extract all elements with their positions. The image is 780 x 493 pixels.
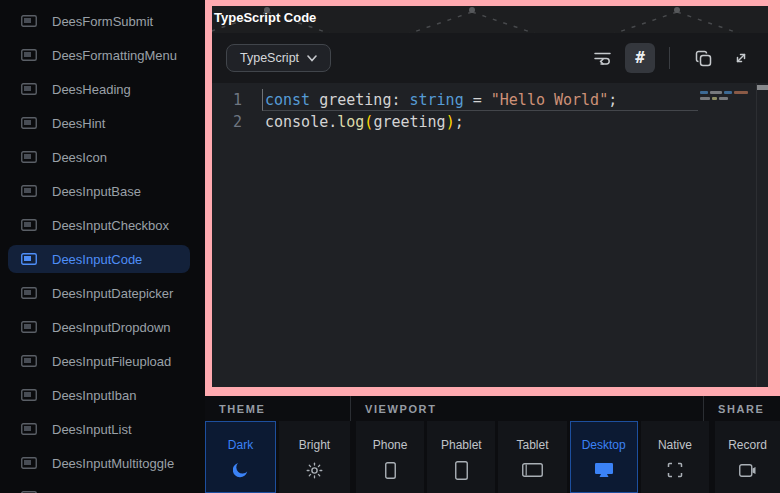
sidebar-item-deesinputmultitoggle[interactable]: DeesInputMultitoggle xyxy=(8,449,190,477)
sidebar-item-label: DeesInputDatepicker xyxy=(52,286,173,301)
component-icon xyxy=(21,287,37,299)
story-frame: TypeScript Code TypeScript xyxy=(205,0,780,396)
share-record-button[interactable]: Record xyxy=(715,421,780,493)
component-icon xyxy=(21,389,37,401)
sidebar: DeesFormSubmit DeesFormattingMenu DeesHe… xyxy=(0,0,205,493)
record-icon xyxy=(739,461,756,479)
sidebar-item-label: DeesInputCode xyxy=(52,252,142,267)
viewport-native-button[interactable]: Native xyxy=(641,421,709,493)
sidebar-item-label: DeesInputBase xyxy=(52,184,141,199)
sidebar-item-deesinputbase[interactable]: DeesInputBase xyxy=(8,177,190,205)
bottom-bar-header: THEMEVIEWPORTSHARE xyxy=(205,396,780,421)
language-dropdown-label: TypeScript xyxy=(240,51,299,65)
viewport-desktop-button[interactable]: Desktop xyxy=(570,421,638,493)
toolbar-divider xyxy=(669,47,670,69)
minimap[interactable] xyxy=(700,91,752,100)
copy-button[interactable] xyxy=(688,43,718,73)
sidebar-item-label: DeesInputDropdown xyxy=(52,320,171,335)
component-icon xyxy=(21,49,37,61)
viewport-phone-button[interactable]: Phone xyxy=(356,421,424,493)
button-label: Native xyxy=(658,438,692,452)
phone-icon xyxy=(385,461,396,479)
bottom-bar-buttons: Dark Bright Phone Phablet Tablet Desktop… xyxy=(205,421,780,493)
language-dropdown[interactable]: TypeScript xyxy=(226,44,331,72)
code-text: const greeting: string = "Hello World"; xyxy=(262,89,698,111)
wrap-text-button[interactable] xyxy=(587,43,617,73)
sidebar-item-deesinputphone[interactable]: DeesInputPhone xyxy=(8,483,190,493)
expand-icon xyxy=(733,50,749,66)
line-numbers-button[interactable]: # xyxy=(625,43,655,73)
sidebar-item-label: DeesHint xyxy=(52,116,105,131)
line-number: 1 xyxy=(212,89,262,111)
sidebar-item-deesinputlist[interactable]: DeesInputList xyxy=(8,415,190,443)
app-root: DeesFormSubmit DeesFormattingMenu DeesHe… xyxy=(0,0,780,493)
component-icon xyxy=(21,117,37,129)
sidebar-item-label: DeesInputList xyxy=(52,422,132,437)
sidebar-item-deesinputdatepicker[interactable]: DeesInputDatepicker xyxy=(8,279,190,307)
theme-dark-button[interactable]: Dark xyxy=(205,421,276,493)
code-area[interactable]: 1const greeting: string = "Hello World";… xyxy=(212,83,768,387)
section-viewport: Phone Phablet Tablet Desktop Native xyxy=(356,421,709,493)
line-numbers-icon: # xyxy=(635,50,645,66)
section-label-share: SHARE xyxy=(703,396,780,421)
sidebar-item-label: DeesFormSubmit xyxy=(52,14,153,29)
sidebar-item-deesicon[interactable]: DeesIcon xyxy=(8,143,190,171)
section-theme: Dark Bright xyxy=(205,421,350,493)
sidebar-item-label: DeesIcon xyxy=(52,150,107,165)
component-icon xyxy=(21,219,37,231)
sidebar-item-label: DeesInputFileupload xyxy=(52,354,171,369)
code-line-1[interactable]: 1const greeting: string = "Hello World"; xyxy=(212,89,768,111)
story-inner: TypeScript Code TypeScript xyxy=(212,6,768,387)
sidebar-item-deesinputcode[interactable]: DeesInputCode xyxy=(8,245,190,273)
expand-button[interactable] xyxy=(726,43,756,73)
sidebar-item-label: DeesHeading xyxy=(52,82,131,97)
component-icon xyxy=(21,355,37,367)
scrollbar-thumb[interactable] xyxy=(757,85,768,90)
moon-icon xyxy=(233,461,248,479)
tablet-icon xyxy=(522,461,543,479)
button-label: Phablet xyxy=(441,438,482,452)
component-icon xyxy=(21,15,37,27)
button-label: Dark xyxy=(228,438,253,452)
section-label-viewport: VIEWPORT xyxy=(350,396,703,421)
sidebar-item-label: DeesInputPhone xyxy=(52,490,149,493)
desktop-icon xyxy=(594,461,614,479)
component-icon xyxy=(21,423,37,435)
sidebar-item-deesinputiban[interactable]: DeesInputIban xyxy=(8,381,190,409)
sidebar-item-deesinputcheckbox[interactable]: DeesInputCheckbox xyxy=(8,211,190,239)
wrap-text-icon xyxy=(593,50,612,66)
minimap-line-2 xyxy=(700,97,752,100)
sidebar-item-deesformattingmenu[interactable]: DeesFormattingMenu xyxy=(8,41,190,69)
viewport-tablet-button[interactable]: Tablet xyxy=(498,421,566,493)
bottom-bar: THEMEVIEWPORTSHARE Dark Bright Phone Pha… xyxy=(205,396,780,493)
component-icon xyxy=(21,253,37,265)
sidebar-item-label: DeesInputCheckbox xyxy=(52,218,169,233)
story-title-band: TypeScript Code xyxy=(212,6,768,33)
button-label: Tablet xyxy=(516,438,548,452)
native-icon xyxy=(667,461,683,479)
sidebar-item-deesinputdropdown[interactable]: DeesInputDropdown xyxy=(8,313,190,341)
sun-icon xyxy=(306,461,323,479)
sidebar-item-deesinputfileupload[interactable]: DeesInputFileupload xyxy=(8,347,190,375)
component-icon xyxy=(21,457,37,469)
phablet-icon xyxy=(455,461,468,479)
chevron-down-icon xyxy=(307,55,317,62)
sidebar-item-deeshint[interactable]: DeesHint xyxy=(8,109,190,137)
story-title: TypeScript Code xyxy=(214,10,316,25)
code-line-2[interactable]: 2console.log(greeting); xyxy=(212,111,768,133)
code-text: console.log(greeting); xyxy=(262,111,698,133)
button-label: Record xyxy=(728,438,767,452)
component-icon xyxy=(21,151,37,163)
editor-toolbar: TypeScript xyxy=(212,33,768,83)
main-panel: TypeScript Code TypeScript xyxy=(205,0,780,493)
sidebar-item-deesformsubmit[interactable]: DeesFormSubmit xyxy=(8,7,190,35)
component-icon xyxy=(21,321,37,333)
button-label: Bright xyxy=(299,438,330,452)
theme-bright-button[interactable]: Bright xyxy=(279,421,350,493)
section-label-theme: THEME xyxy=(205,396,350,421)
component-icon xyxy=(21,185,37,197)
button-label: Phone xyxy=(373,438,408,452)
viewport-phablet-button[interactable]: Phablet xyxy=(427,421,495,493)
minimap-line-1 xyxy=(700,91,752,94)
sidebar-item-deesheading[interactable]: DeesHeading xyxy=(8,75,190,103)
